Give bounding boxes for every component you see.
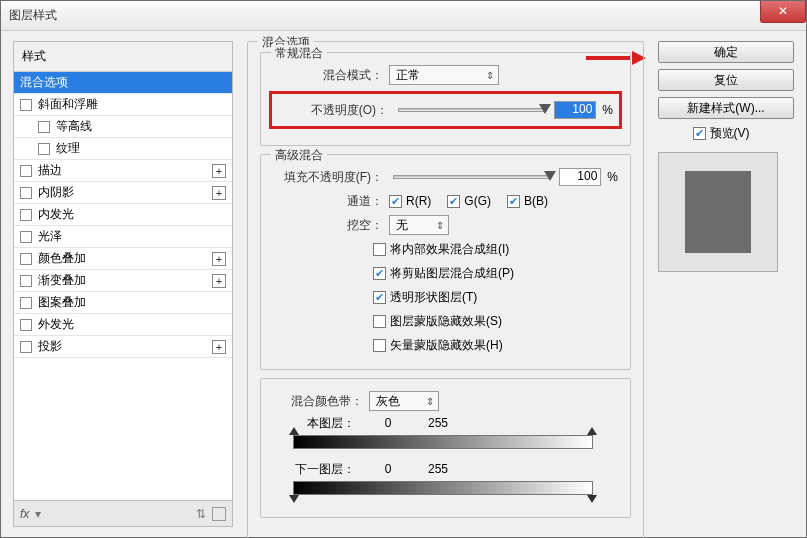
- plus-icon[interactable]: +: [212, 252, 226, 266]
- fill-opacity-slider[interactable]: [393, 175, 549, 179]
- channel-g[interactable]: G(G): [447, 194, 491, 208]
- blend-option-label: 将内部效果混合成组(I): [390, 241, 509, 258]
- opacity-label: 不透明度(O)：: [278, 102, 388, 119]
- opacity-slider[interactable]: [398, 108, 544, 112]
- checkbox-icon[interactable]: [20, 99, 32, 111]
- blend-option[interactable]: 图层蒙版隐藏效果(S): [373, 313, 502, 330]
- this-layer-label: 本图层：: [273, 415, 363, 432]
- channel-b[interactable]: B(B): [507, 194, 548, 208]
- sidebar-item[interactable]: 图案叠加: [14, 292, 232, 314]
- fill-opacity-input[interactable]: 100: [559, 168, 601, 186]
- sidebar-item-label: 内阴影: [38, 184, 212, 201]
- blend-option[interactable]: 透明形状图层(T): [373, 289, 477, 306]
- checkbox-icon: [373, 315, 386, 328]
- sidebar-item-label: 纹理: [56, 140, 226, 157]
- trash-icon[interactable]: [212, 507, 226, 521]
- cancel-button[interactable]: 复位: [658, 69, 794, 91]
- styles-sidebar: 样式 混合选项斜面和浮雕等高线纹理描边+内阴影+内发光光泽颜色叠加+渐变叠加+图…: [13, 41, 233, 527]
- gradient-stop-icon[interactable]: [289, 495, 299, 503]
- arrows-icon[interactable]: ⇅: [196, 507, 206, 521]
- sidebar-item[interactable]: 外发光: [14, 314, 232, 336]
- sidebar-item[interactable]: 内发光: [14, 204, 232, 226]
- layer-style-dialog: 图层样式 ✕ 样式 混合选项斜面和浮雕等高线纹理描边+内阴影+内发光光泽颜色叠加…: [0, 0, 807, 538]
- checkbox-icon[interactable]: [20, 297, 32, 309]
- blend-option-label: 将剪贴图层混合成组(P): [390, 265, 514, 282]
- checkbox-icon[interactable]: [20, 231, 32, 243]
- preview-toggle[interactable]: 预览(V): [658, 125, 784, 142]
- checkbox-icon: [373, 243, 386, 256]
- blend-option-label: 矢量蒙版隐藏效果(H): [390, 337, 503, 354]
- knockout-select[interactable]: 无: [389, 215, 449, 235]
- window-title: 图层样式: [1, 7, 57, 24]
- plus-icon[interactable]: +: [212, 164, 226, 178]
- blend-if-label: 混合颜色带：: [273, 393, 363, 410]
- this-layer-low: 0: [363, 416, 413, 430]
- blend-option-label: 透明形状图层(T): [390, 289, 477, 306]
- new-style-button[interactable]: 新建样式(W)...: [658, 97, 794, 119]
- sidebar-item[interactable]: 颜色叠加+: [14, 248, 232, 270]
- sidebar-item[interactable]: 混合选项: [14, 72, 232, 94]
- checkbox-icon: [373, 291, 386, 304]
- checkbox-icon: [693, 127, 706, 140]
- sidebar-item-label: 斜面和浮雕: [38, 96, 226, 113]
- sidebar-item[interactable]: 投影+: [14, 336, 232, 358]
- opacity-input[interactable]: 100: [554, 101, 596, 119]
- checkbox-icon[interactable]: [20, 275, 32, 287]
- sidebar-item-label: 外发光: [38, 316, 226, 333]
- checkbox-icon[interactable]: [38, 121, 50, 133]
- checkbox-icon[interactable]: [20, 319, 32, 331]
- next-layer-high: 255: [413, 462, 463, 476]
- sidebar-item[interactable]: 内阴影+: [14, 182, 232, 204]
- knockout-label: 挖空：: [273, 217, 383, 234]
- slider-thumb-icon[interactable]: [544, 171, 556, 181]
- ok-button[interactable]: 确定: [658, 41, 794, 63]
- styles-list: 样式 混合选项斜面和浮雕等高线纹理描边+内阴影+内发光光泽颜色叠加+渐变叠加+图…: [13, 41, 233, 501]
- next-layer-gradient[interactable]: [293, 481, 593, 495]
- sidebar-item[interactable]: 等高线: [14, 116, 232, 138]
- plus-icon[interactable]: +: [212, 274, 226, 288]
- blend-option[interactable]: 将剪贴图层混合成组(P): [373, 265, 514, 282]
- sidebar-item-label: 颜色叠加: [38, 250, 212, 267]
- normal-blend-group: 常规混合 混合模式： 正常 不透明度(O)： 100 %: [260, 52, 631, 146]
- styles-bottombar: fx ▾ ⇅: [13, 501, 233, 527]
- checkbox-icon[interactable]: [20, 341, 32, 353]
- sidebar-item-label: 描边: [38, 162, 212, 179]
- checkbox-icon[interactable]: [20, 253, 32, 265]
- opacity-unit: %: [602, 103, 613, 117]
- checkbox-icon[interactable]: [20, 187, 32, 199]
- chevron-down-icon[interactable]: ▾: [35, 507, 41, 521]
- sidebar-item[interactable]: 斜面和浮雕: [14, 94, 232, 116]
- blend-if-group: 混合颜色带： 灰色 本图层： 0 255 下一图层： 0: [260, 378, 631, 518]
- sidebar-item-label: 投影: [38, 338, 212, 355]
- fx-icon[interactable]: fx: [20, 507, 29, 521]
- channel-r[interactable]: R(R): [389, 194, 431, 208]
- blend-option[interactable]: 矢量蒙版隐藏效果(H): [373, 337, 503, 354]
- gradient-stop-icon[interactable]: [587, 495, 597, 503]
- close-button[interactable]: ✕: [760, 1, 806, 23]
- checkbox-icon[interactable]: [20, 165, 32, 177]
- blend-options-group: 混合选项 常规混合 混合模式： 正常 不透明度(O)： 100 %: [247, 41, 644, 538]
- plus-icon[interactable]: +: [212, 186, 226, 200]
- opacity-highlight: 不透明度(O)： 100 %: [269, 91, 622, 129]
- sidebar-item[interactable]: 描边+: [14, 160, 232, 182]
- sidebar-item[interactable]: 光泽: [14, 226, 232, 248]
- blend-mode-label: 混合模式：: [273, 67, 383, 84]
- plus-icon[interactable]: +: [212, 340, 226, 354]
- fill-opacity-unit: %: [607, 170, 618, 184]
- checkbox-icon[interactable]: [38, 143, 50, 155]
- blend-option[interactable]: 将内部效果混合成组(I): [373, 241, 509, 258]
- slider-thumb-icon[interactable]: [539, 104, 551, 114]
- sidebar-item[interactable]: 纹理: [14, 138, 232, 160]
- this-layer-gradient[interactable]: [293, 435, 593, 449]
- checkbox-icon[interactable]: [20, 209, 32, 221]
- blend-mode-select[interactable]: 正常: [389, 65, 499, 85]
- gradient-stop-icon[interactable]: [289, 427, 299, 435]
- checkbox-icon: [373, 339, 386, 352]
- sidebar-item-label: 等高线: [56, 118, 226, 135]
- blend-if-select[interactable]: 灰色: [369, 391, 439, 411]
- sidebar-item[interactable]: 渐变叠加+: [14, 270, 232, 292]
- gradient-stop-icon[interactable]: [587, 427, 597, 435]
- advanced-blend-group: 高级混合 填充不透明度(F)： 100 % 通道： R(R) G(G) B(B): [260, 154, 631, 370]
- titlebar[interactable]: 图层样式 ✕: [1, 1, 806, 31]
- next-layer-low: 0: [363, 462, 413, 476]
